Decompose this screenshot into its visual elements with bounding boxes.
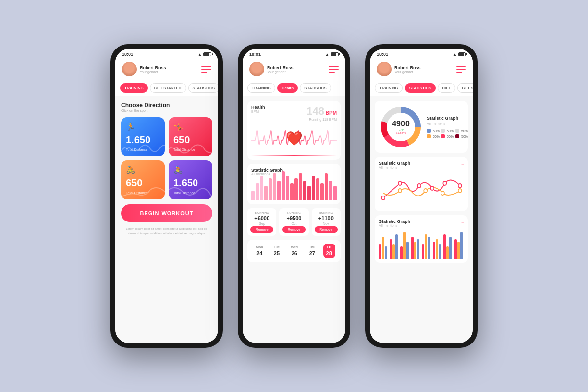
card-label-4: Total Distance	[173, 191, 195, 195]
status-icons-2: ▲	[325, 52, 339, 57]
bar-group-1	[390, 234, 399, 259]
svg-point-14	[441, 191, 444, 195]
heart-icon: ❤️	[286, 130, 303, 147]
stat-title-1: Statistic Graph	[427, 116, 468, 121]
cal-day-fri[interactable]: Fri 28	[323, 244, 335, 258]
remove-btn-oct[interactable]: Remove	[282, 226, 305, 233]
grouped-bar-5-2	[439, 244, 441, 259]
running-month-sep: Sep	[259, 222, 265, 225]
tab-statistics-2[interactable]: STATISTICS	[300, 83, 331, 93]
avatar-1	[122, 62, 137, 76]
cycling-icon-2: 🚴	[173, 165, 183, 174]
card-cycling1[interactable]: 🚴 650 Total Distance	[121, 160, 165, 199]
line-chart-section: Statistic Graph All mentions ≡	[375, 157, 468, 211]
svg-point-9	[430, 186, 434, 190]
bar-item-12	[303, 181, 307, 200]
menu-icon-1[interactable]	[201, 66, 211, 73]
grouped-bar-7-2	[460, 232, 463, 259]
remove-btn-nov[interactable]: Remove	[315, 226, 338, 233]
cal-day-thu[interactable]: Thu 27	[306, 244, 318, 258]
tab-gets-3[interactable]: GET S	[457, 83, 473, 93]
time-2: 18:01	[249, 52, 261, 57]
bar-wave	[251, 176, 337, 200]
bar-item-11	[299, 173, 302, 200]
tab-statistics-1[interactable]: STATISTICS	[188, 83, 218, 93]
svg-point-6	[381, 196, 385, 200]
profile-name-1: Robert Ross	[140, 65, 166, 70]
grouped-bar-3-0	[411, 237, 414, 259]
bar-stats-menu[interactable]: ≡	[461, 220, 464, 226]
grouped-bar-6-1	[446, 246, 449, 259]
bpm-sub: Running 118 BPM	[306, 118, 337, 121]
stat-sub-3: All mentions	[379, 224, 410, 227]
calendar: Mon 24 Tue 25 Wed 26 Thu	[247, 240, 341, 262]
bar-item-7	[282, 171, 285, 200]
running-month-nov: Nov	[323, 222, 329, 225]
profile-header-1: Robert Ross Your gender	[115, 59, 218, 80]
begin-workout-button[interactable]: BEGIN WORKOUT	[121, 204, 212, 222]
grouped-bar-0-2	[385, 246, 387, 259]
phone-3: 18:01 ▲ Robert Ross Your gender TRAINING…	[365, 44, 478, 348]
grouped-bar-6-0	[443, 234, 446, 259]
line-chart	[379, 171, 464, 205]
health-unit: BPM	[251, 110, 265, 113]
bar-item-10	[294, 178, 298, 200]
svg-point-13	[424, 189, 427, 193]
cal-day-tue[interactable]: Tue 25	[271, 244, 283, 258]
tab-getstarted-1[interactable]: GET STARTED	[150, 83, 186, 93]
card-label-1: Total Distance	[126, 148, 147, 151]
grouped-bar-0-0	[379, 244, 381, 259]
cal-days: Mon 24 Tue 25 Wed 26 Thu	[251, 244, 337, 258]
donut-section: 4900 +3.44 +1.88% Statistic Graph All me…	[375, 101, 468, 153]
grouped-bar-1-0	[390, 239, 392, 259]
tab-statistics-3[interactable]: STATISTICS	[405, 83, 436, 93]
screen-content-2: Health BPM 148 BPM Running 118 BPM	[243, 96, 345, 343]
card-gymnastics[interactable]: 🤸 650 Total Distance	[169, 117, 212, 156]
stat-graph-sub: All mentions	[251, 172, 337, 176]
svg-point-15	[458, 189, 462, 193]
tab-training-3[interactable]: TRAINING	[375, 83, 403, 93]
grouped-bar-4-0	[422, 244, 424, 259]
menu-icon-3[interactable]	[456, 66, 466, 73]
cal-day-mon[interactable]: Mon 24	[253, 244, 266, 258]
bar-item-17	[325, 173, 328, 200]
bpm-value: 148 BPM	[306, 105, 337, 118]
bar-group-4	[422, 234, 432, 259]
grouped-bar-4-2	[428, 237, 430, 259]
card-value-3: 650	[126, 177, 142, 189]
svg-point-8	[417, 184, 421, 188]
card-cycling2[interactable]: 🚴 1.650 Total Distance	[169, 160, 212, 199]
running-label-sep: RUNNING	[255, 211, 269, 214]
activity-grid: 🏃 1.650 Total Distance 🤸 650 Total Dista…	[121, 117, 212, 199]
battery-icon-3	[458, 52, 466, 56]
legend-3: 50%	[455, 129, 468, 133]
begin-sub: Lorem ipsum dolor sit amet, consectetur …	[121, 227, 212, 236]
grouped-bars	[379, 229, 464, 259]
cal-day-wed[interactable]: Wed 26	[288, 244, 301, 258]
tab-training-1[interactable]: TRAINING	[120, 83, 148, 93]
p1-content: Choose Direction Click on the sport 🏃 1.…	[115, 96, 218, 242]
card-running[interactable]: 🏃 1.650 Total Distance	[121, 117, 165, 156]
running-value-nov: +1100	[318, 215, 334, 221]
tab-diet-3[interactable]: DIET	[438, 83, 455, 93]
tab-health-2[interactable]: Health	[277, 83, 298, 93]
line-chart-menu[interactable]: ≡	[461, 162, 464, 168]
signal-icon: ▲	[198, 52, 202, 57]
running-card-oct: RUNNING +9500 Oct Remove	[279, 208, 308, 236]
running-value-sep: +6000	[254, 215, 270, 221]
bar-item-3	[264, 186, 268, 200]
grouped-bar-5-1	[436, 239, 438, 259]
svg-point-12	[398, 189, 402, 193]
remove-btn-sep[interactable]: Remove	[250, 226, 273, 233]
avatar-3	[377, 62, 392, 76]
phone-2: 18:01 ▲ Robert Ross Your gender TRAINING…	[238, 44, 350, 348]
menu-icon-2[interactable]	[329, 66, 339, 73]
card-value-4: 1.650	[173, 177, 198, 189]
cycling-icon-1: 🚴	[126, 165, 136, 174]
legend-4: 50%	[427, 134, 440, 138]
tab-training-2[interactable]: TRAINING	[247, 83, 275, 93]
grouped-bar-2-1	[403, 232, 406, 259]
running-value-oct: +9500	[287, 215, 302, 221]
screen-content-1: Choose Direction Click on the sport 🏃 1.…	[115, 96, 218, 343]
tab-bar-1: TRAINING GET STARTED STATISTICS	[115, 80, 218, 96]
